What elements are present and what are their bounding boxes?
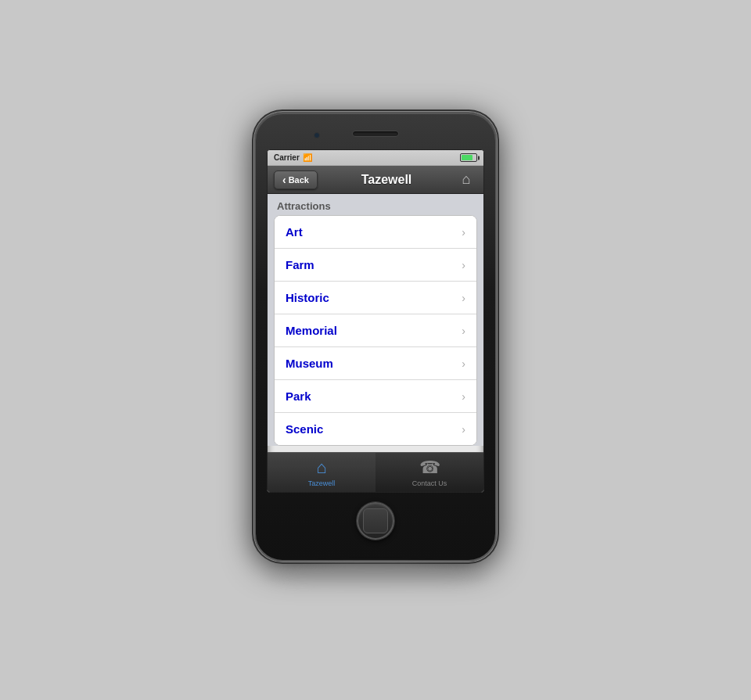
home-button-inner: [363, 508, 388, 533]
nav-title: Tazewell: [361, 173, 412, 187]
battery-fill: [462, 155, 473, 160]
list-item[interactable]: Scenic›: [275, 413, 476, 445]
list-item-label: Scenic: [286, 422, 323, 436]
phone-reflection: [266, 565, 485, 588]
contact-tab-icon: ☎: [419, 458, 440, 478]
list-item[interactable]: Memorial›: [275, 314, 476, 347]
home-nav-icon: ⌂: [462, 171, 471, 188]
list-item[interactable]: Museum›: [275, 347, 476, 380]
contact-tab-label: Contact Us: [412, 479, 447, 487]
list-item-label: Art: [286, 225, 303, 239]
tab-contact-us[interactable]: ☎ Contact Us: [376, 453, 483, 492]
list-item-label: Park: [286, 389, 311, 403]
list-item-label: Historic: [286, 291, 329, 304]
earpiece: [352, 131, 399, 137]
tab-tazewell[interactable]: ⌂ Tazewell: [268, 453, 376, 492]
nav-bar: Back Tazewell ⌂: [268, 166, 483, 194]
home-nav-button[interactable]: ⌂: [455, 169, 477, 191]
battery-icon: [460, 153, 477, 162]
wifi-icon: 📶: [303, 153, 312, 162]
home-button-area: [267, 493, 484, 546]
list-item-label: Museum: [286, 357, 333, 370]
phone-screen: Carrier 📶 Back Tazewell ⌂ Attractio: [267, 149, 484, 493]
status-bar: Carrier 📶: [268, 150, 483, 166]
list-item-chevron: ›: [462, 423, 465, 436]
list-item-chevron: ›: [462, 357, 465, 370]
tazewell-tab-label: Tazewell: [308, 479, 336, 487]
phone-top: [267, 126, 484, 149]
back-label: Back: [289, 175, 309, 185]
attractions-list: Art›Farm›Historic›Memorial›Museum›Park›S…: [274, 215, 477, 446]
tazewell-tab-icon: ⌂: [316, 458, 326, 478]
list-item-label: Farm: [286, 258, 314, 271]
list-item[interactable]: Park›: [275, 380, 476, 413]
list-item-chevron: ›: [462, 292, 465, 304]
phone-wrapper: Carrier 📶 Back Tazewell ⌂ Attractio: [250, 112, 501, 588]
back-button[interactable]: Back: [274, 171, 318, 189]
list-item-chevron: ›: [462, 325, 465, 337]
list-item[interactable]: Historic›: [275, 282, 476, 314]
list-item-chevron: ›: [462, 259, 465, 271]
list-item-chevron: ›: [462, 390, 465, 403]
content-area: Attractions Art›Farm›Historic›Memorial›M…: [268, 194, 483, 446]
home-button[interactable]: [357, 502, 394, 540]
tab-bar: ⌂ Tazewell ☎ Contact Us: [268, 452, 483, 492]
carrier-label: Carrier 📶: [274, 153, 312, 162]
carrier-text: Carrier: [274, 153, 300, 162]
camera-dot: [314, 132, 320, 138]
list-item-label: Memorial: [286, 324, 337, 337]
section-header: Attractions: [268, 194, 483, 215]
phone-body: Carrier 📶 Back Tazewell ⌂ Attractio: [254, 112, 497, 562]
list-item-chevron: ›: [462, 226, 465, 239]
list-item[interactable]: Farm›: [275, 249, 476, 282]
list-item[interactable]: Art›: [275, 216, 476, 249]
